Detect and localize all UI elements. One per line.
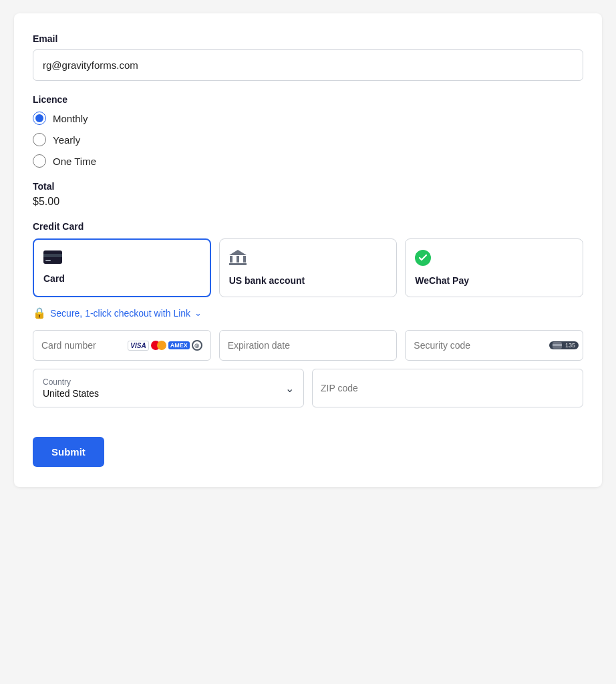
country-chevron-icon: ⌄ xyxy=(285,382,294,395)
email-input[interactable] xyxy=(33,49,583,81)
card-fields-row1: VISA AMEX ◎ xyxy=(33,330,583,361)
svg-marker-3 xyxy=(229,250,247,255)
secure-link[interactable]: 🔒 Secure, 1-click checkout with Link ⌄ xyxy=(33,307,583,319)
zip-field[interactable] xyxy=(312,369,583,407)
diners-icon: ◎ xyxy=(192,340,202,351)
card-icon xyxy=(43,250,62,268)
licence-section: Licence Monthly Yearly One Time xyxy=(33,94,583,168)
payment-form: Email Licence Monthly Yearly One Time To… xyxy=(14,13,602,487)
svg-rect-7 xyxy=(229,263,247,265)
bank-icon xyxy=(229,250,247,270)
radio-monthly[interactable]: Monthly xyxy=(33,112,583,125)
card-number-field[interactable]: VISA AMEX ◎ xyxy=(33,330,211,361)
payment-methods-group: Card US bank account xyxy=(33,238,583,297)
wechat-icon xyxy=(415,250,431,270)
expiration-field[interactable] xyxy=(219,330,398,361)
svg-rect-2 xyxy=(45,260,51,261)
us-bank-method-label: US bank account xyxy=(229,275,305,286)
total-label: Total xyxy=(33,181,583,192)
licence-radio-group: Monthly Yearly One Time xyxy=(33,112,583,168)
licence-label: Licence xyxy=(33,94,583,105)
radio-yearly[interactable]: Yearly xyxy=(33,133,583,146)
svg-rect-4 xyxy=(230,256,233,263)
secure-link-text: Secure, 1-click checkout with Link xyxy=(50,308,190,319)
radio-onetime-input[interactable] xyxy=(33,154,46,168)
email-label: Email xyxy=(33,33,583,44)
country-select[interactable]: Country United States ⌄ xyxy=(33,369,304,407)
radio-onetime[interactable]: One Time xyxy=(33,154,583,168)
credit-card-label: Credit Card xyxy=(33,221,583,232)
svg-rect-1 xyxy=(43,254,62,257)
lock-icon: 🔒 xyxy=(33,307,46,319)
radio-monthly-input[interactable] xyxy=(33,112,46,125)
wechat-method-label: WeChat Pay xyxy=(415,275,469,286)
payment-method-wechat[interactable]: WeChat Pay xyxy=(405,238,583,297)
radio-onetime-label: One Time xyxy=(53,156,96,167)
payment-method-us-bank[interactable]: US bank account xyxy=(219,238,398,297)
chevron-down-icon: ⌄ xyxy=(194,308,202,318)
payment-method-card[interactable]: Card xyxy=(33,238,211,297)
radio-yearly-input[interactable] xyxy=(33,133,46,146)
country-value: United States xyxy=(43,388,294,399)
country-label: Country xyxy=(43,377,294,387)
card-method-label: Card xyxy=(43,273,65,284)
visa-icon: VISA xyxy=(128,341,148,351)
radio-yearly-label: Yearly xyxy=(53,134,80,146)
mastercard-icon xyxy=(151,341,166,350)
expiration-input[interactable] xyxy=(228,340,389,351)
svg-rect-5 xyxy=(237,256,239,263)
submit-button[interactable]: Submit xyxy=(33,437,104,467)
email-section: Email xyxy=(33,33,583,81)
amex-icon: AMEX xyxy=(168,341,190,349)
total-section: Total $5.00 xyxy=(33,181,583,208)
svg-rect-6 xyxy=(243,256,246,263)
security-code-field[interactable]: 135 xyxy=(405,330,583,361)
card-number-input[interactable] xyxy=(41,340,128,351)
zip-input[interactable] xyxy=(321,383,575,393)
security-badge: 135 xyxy=(549,341,579,349)
credit-card-section: Credit Card Card xyxy=(33,221,583,407)
card-brand-icons: VISA AMEX ◎ xyxy=(128,340,202,351)
svg-rect-10 xyxy=(553,344,562,346)
card-fields-row2: Country United States ⌄ xyxy=(33,369,583,407)
radio-monthly-label: Monthly xyxy=(53,113,88,124)
total-value: $5.00 xyxy=(33,196,583,208)
